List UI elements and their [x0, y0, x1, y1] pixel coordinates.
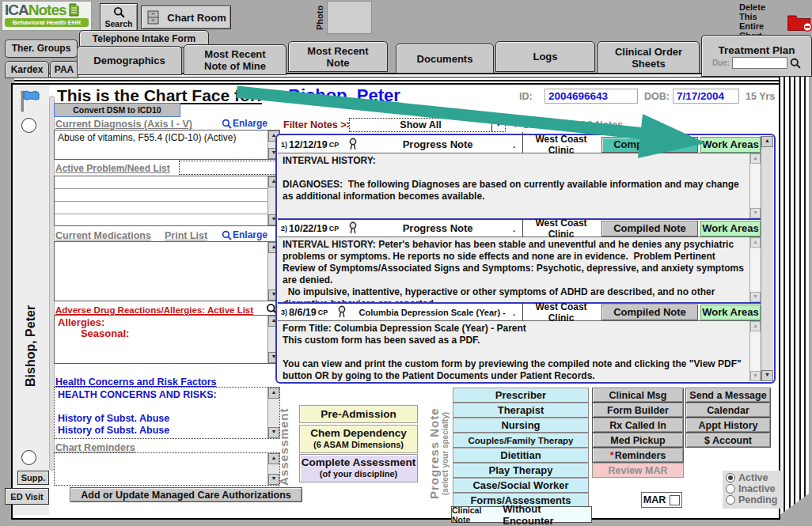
diagnosis-enlarge-link[interactable]: Enlarge — [222, 118, 268, 129]
search-button[interactable]: Search — [100, 3, 138, 32]
note-body[interactable]: Form Title: Columbia Depression Scale (Y… — [278, 321, 761, 381]
problem-list-field[interactable] — [179, 161, 282, 175]
chart-reminders-label[interactable]: Chart Reminders — [55, 442, 135, 453]
note-header[interactable]: 3) 8/6/19 CP Columbia Depression Scale (… — [278, 304, 761, 321]
scroll-up-icon[interactable]: ▲ — [750, 321, 761, 331]
reminders-button[interactable]: *Reminders — [592, 448, 684, 463]
send-a-message-button[interactable]: Send a Message — [685, 388, 771, 403]
tab-most-recent-note-of-mine[interactable]: Most Recent Note of Mine — [184, 44, 286, 75]
note-body[interactable]: INTERVAL HISTORY: DIAGNOSES: The followi… — [278, 153, 761, 218]
patient-id-field[interactable]: 2004696643 — [544, 89, 638, 104]
clinical-note-without-encounter-button[interactable]: Clinical Note Without Encounter — [451, 506, 592, 523]
patient-dob-field[interactable]: 7/17/2004 — [673, 89, 739, 104]
radio-icon[interactable] — [726, 495, 735, 505]
note-header[interactable]: 1) 12/12/19 CP Progress Note . West Coas… — [278, 136, 761, 153]
progress-note-section-label: Progress Note — [427, 389, 441, 517]
scroll-down-icon[interactable]: ▼ — [750, 292, 761, 302]
health-concerns-label[interactable]: Health Concerns and Risk Factors — [55, 377, 217, 388]
current-diagnosis-label[interactable]: Current Diagnosis (Axis I - V) — [55, 119, 192, 130]
compiled-note-button[interactable]: Compiled Note — [601, 221, 698, 237]
account-button[interactable]: $ Account — [685, 433, 771, 448]
med-pickup-button[interactable]: Med Pickup — [592, 433, 684, 448]
tab-label: Clinical Order Sheets — [615, 46, 682, 70]
tab-treatment-plan[interactable]: Treatment Plan Due: — [701, 35, 812, 77]
tab-most-recent-note[interactable]: Most Recent Note — [288, 41, 388, 72]
flag-icon[interactable] — [18, 89, 40, 114]
tab-logs[interactable]: Logs — [495, 41, 595, 72]
problem-list-label[interactable]: Active Problem/Need List — [55, 163, 170, 174]
adverse-drug-reactions-label[interactable]: Adverse Drug Reactions/Allergies: Active… — [55, 305, 253, 315]
scroll-up-icon[interactable]: ▲ — [750, 237, 761, 248]
mar-checkbox[interactable] — [670, 495, 680, 505]
compiled-note-button[interactable]: Compiled Note — [601, 305, 698, 320]
note-scrollbar[interactable]: ▲▼ — [749, 153, 761, 218]
note-header[interactable]: 2) 10/22/19 CP Progress Note . West Coas… — [278, 220, 761, 237]
rx-called-in-button[interactable]: Rx Called In — [592, 418, 684, 433]
note-body[interactable]: INTERVAL HISTORY: Peter's behavior has b… — [278, 237, 761, 302]
chart-select-radio-top[interactable] — [21, 118, 36, 133]
scroll-down-icon[interactable]: ▼ — [761, 370, 773, 381]
ed-visit-button[interactable]: ED Visit — [5, 488, 49, 505]
specialty-prescriber-button[interactable]: Prescriber — [453, 388, 589, 403]
specialty-nursing-button[interactable]: Nursing — [453, 418, 589, 433]
compiled-note-button[interactable]: Compiled Note — [601, 137, 698, 153]
scroll-up-icon[interactable]: ▲ — [750, 153, 761, 164]
chart-select-radio-bottom[interactable] — [21, 450, 36, 465]
tab-label: Most Recent Note — [307, 45, 368, 69]
chart-reminders-box[interactable]: ▲▼ — [54, 452, 280, 486]
chem-dependency-button[interactable]: Chem Dependency (6 ASAM Dimensions) — [299, 425, 418, 453]
tab-documents[interactable]: Documents — [396, 44, 494, 74]
scroll-up-icon[interactable]: ▲ — [761, 136, 773, 147]
appt-history-button[interactable]: Appt History — [685, 418, 771, 433]
complete-assessment-button[interactable]: Complete Assessment (of your discipline) — [299, 454, 418, 482]
tab-demographics[interactable]: Demographics — [77, 46, 182, 75]
radio-icon[interactable] — [726, 484, 735, 494]
medications-enlarge-link[interactable]: Enlarge — [222, 229, 268, 240]
clinical-msg-button[interactable]: Clinical Msg — [592, 388, 684, 403]
chevron-down-icon[interactable]: ▼ — [491, 119, 505, 131]
note-scrollbar[interactable]: ▲▼ — [749, 321, 761, 381]
filter-notes-dropdown[interactable]: Show All ▼ — [349, 118, 506, 132]
problem-list-box[interactable]: ▲▼ — [54, 176, 280, 226]
specialty-case-social-worker-button[interactable]: Case/Social Worker — [453, 478, 589, 493]
review-mar-button[interactable]: Review MAR — [592, 463, 684, 478]
current-medications-label[interactable]: Current Medications — [55, 230, 151, 241]
search-label: Search — [104, 19, 132, 28]
treatment-plan-due-input[interactable] — [732, 57, 787, 69]
specialty-therapist-button[interactable]: Therapist — [453, 403, 589, 418]
calendar-button[interactable]: Calendar — [685, 403, 771, 418]
patient-photo-placeholder[interactable] — [327, 1, 372, 34]
specialty-play-therapy-button[interactable]: Play Therapy — [453, 463, 589, 478]
specialty-dietitian-button[interactable]: Dietitian — [453, 448, 589, 463]
current-diagnosis-box[interactable]: Abuse of vitamins, F55.4 (ICD-10) (Activ… — [54, 130, 280, 160]
tab-kardex[interactable]: Kardex — [5, 61, 49, 78]
allergies-box[interactable]: Allergies: Seasonal: ▲▼ — [54, 315, 280, 364]
tab-clinical-order-sheets[interactable]: Clinical Order Sheets — [598, 41, 700, 74]
note-date: 10/22/19 — [289, 223, 328, 234]
status-option-pending[interactable]: Pending — [726, 494, 783, 505]
tab-ther-groups[interactable]: Ther. Groups — [5, 40, 78, 58]
work-areas-button[interactable]: Work Areas — [700, 137, 761, 153]
status-option-active[interactable]: Active — [726, 472, 783, 483]
pre-admission-button[interactable]: Pre-Admission — [299, 405, 418, 423]
note-scrollbar[interactable]: ▲▼ — [749, 237, 761, 302]
work-areas-button[interactable]: Work Areas — [700, 221, 761, 237]
logo-text-notes: Notes — [28, 2, 66, 17]
specialty-couples-family-button[interactable]: Couples/Family Therapy — [453, 433, 589, 448]
work-areas-button[interactable]: Work Areas — [700, 305, 761, 320]
managed-care-authorizations-button[interactable]: Add or Update Managed Care Authorization… — [70, 487, 302, 502]
radio-icon[interactable] — [726, 473, 735, 482]
form-builder-button[interactable]: Form Builder — [592, 403, 684, 418]
current-medications-box[interactable]: ▲▼ — [54, 241, 280, 301]
scroll-down-icon[interactable]: ▼ — [750, 371, 761, 381]
status-option-inactive[interactable]: Inactive — [726, 483, 783, 494]
print-list-link[interactable]: Print List — [165, 230, 207, 241]
chart-room-button[interactable]: Chart Room — [141, 6, 231, 29]
convert-dsm-icd10-button[interactable]: Convert DSM to ICD10 — [54, 103, 180, 117]
treatment-plan-search-icon[interactable] — [790, 58, 801, 69]
tab-paa[interactable]: PAA — [50, 61, 78, 78]
scroll-down-icon[interactable]: ▼ — [750, 208, 761, 218]
supp-button[interactable]: Supp. — [17, 471, 49, 485]
health-concerns-box[interactable]: HEALTH CONCERNS AND RISKS: History of Su… — [54, 387, 280, 439]
notes-panel-scrollbar[interactable]: ▲▼ — [761, 136, 773, 381]
